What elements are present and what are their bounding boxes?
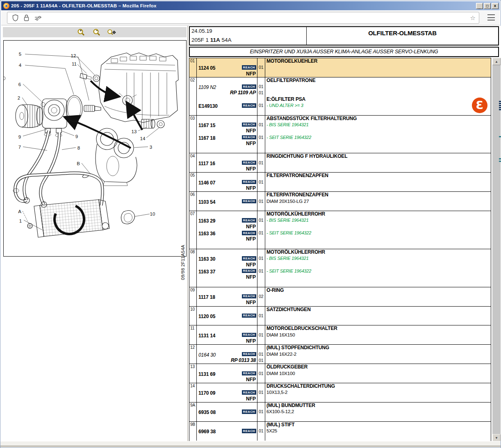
description-column: SATZDICHTUNGEN bbox=[265, 307, 491, 325]
description-text: (MUL) STIFT bbox=[266, 422, 294, 428]
part-number[interactable]: 6935 08 bbox=[198, 409, 216, 415]
reach-badge[interactable]: REACH bbox=[242, 161, 256, 165]
qty-column: 01 bbox=[257, 364, 265, 383]
part-number[interactable]: 1120 05 bbox=[198, 314, 215, 319]
reach-badge[interactable]: REACH bbox=[242, 429, 256, 433]
part-number[interactable]: 1167 18 bbox=[198, 135, 215, 141]
scroll-up-arrow[interactable]: ▲ bbox=[492, 58, 501, 65]
part-number[interactable]: 1103 54 bbox=[198, 199, 215, 205]
shield-icon[interactable] bbox=[12, 14, 18, 21]
scroll-down-arrow[interactable]: ▼ bbox=[492, 434, 501, 441]
part-number[interactable]: RP 1109 AP bbox=[198, 90, 257, 96]
quantity: 01 bbox=[257, 332, 265, 338]
reach-badge[interactable]: REACH bbox=[242, 135, 256, 140]
parts-diagram: 09/98 2F11A54A 5412116299783B1314A110 bbox=[3, 40, 187, 257]
nfp-flag: NFP bbox=[198, 185, 257, 191]
reach-badge[interactable]: REACH bbox=[242, 84, 256, 89]
description-text: - SEIT SERIE 1964322 bbox=[266, 268, 311, 273]
reach-badge[interactable]: REACH bbox=[242, 123, 256, 127]
scroll-mark bbox=[499, 105, 501, 106]
callout-label: 6 bbox=[18, 82, 21, 87]
part-number[interactable]: 0164 30 bbox=[198, 352, 216, 358]
parts-table-body: 011124 05REACHNFP01MOTOROELKUEHLER021109… bbox=[189, 58, 491, 441]
table-row: 041117 16REACHNFP01RINGDICHTUNG F HYDRAU… bbox=[189, 153, 491, 173]
reach-badge[interactable]: REACH bbox=[242, 199, 256, 204]
part-number-column: 1163 29REACHNFP1163 36REACHNFP bbox=[197, 211, 257, 249]
zoom-pan-button[interactable] bbox=[107, 28, 118, 36]
nfp-flag: NFP bbox=[198, 128, 257, 134]
part-number[interactable]: 1131 69 bbox=[198, 371, 215, 377]
zoom-in-button[interactable] bbox=[76, 28, 87, 36]
table-row: 051146 07REACHNFP01FILTERPATRONENZAPFEN bbox=[189, 173, 491, 192]
quantity: 01 bbox=[257, 428, 265, 434]
bookmark-star-icon[interactable]: ☆ bbox=[470, 14, 476, 22]
table-row: 011124 05REACHNFP01MOTOROELKUEHLER bbox=[189, 58, 491, 77]
quantity: 01 bbox=[257, 102, 265, 109]
nfp-flag: NFP bbox=[198, 274, 257, 280]
description-column: MOTORÖLKÜHLERROHR- BIS SERIE 1964321- SE… bbox=[265, 249, 491, 287]
reach-badge[interactable]: REACH bbox=[242, 218, 256, 223]
reach-badge[interactable]: REACH bbox=[242, 409, 256, 414]
description-column: (MUL) STIFT5X25 bbox=[265, 422, 491, 441]
lock-icon[interactable] bbox=[24, 14, 29, 21]
reach-badge[interactable]: REACH bbox=[242, 231, 256, 235]
part-number-column: 1120 05REACH bbox=[197, 307, 257, 325]
quantity: 02 bbox=[257, 293, 265, 300]
part-number[interactable]: 6969 38 bbox=[198, 429, 216, 434]
description-text: ABSTANDSSTÜCK FILTERHALTERUNG bbox=[266, 116, 357, 121]
qty-column: 01 bbox=[257, 325, 265, 344]
reach-badge[interactable]: REACH bbox=[242, 314, 256, 318]
description-text: OELFILTERPATRONE bbox=[266, 77, 315, 83]
description-text: E:ÖLFILTER PSA bbox=[266, 96, 305, 102]
nfp-flag: NFP bbox=[198, 300, 257, 306]
reach-badge[interactable]: REACH bbox=[242, 180, 256, 184]
part-number[interactable]: E149130 bbox=[198, 103, 218, 109]
reach-badge[interactable]: REACH bbox=[242, 333, 256, 337]
table-row: 9B6969 38REACH01(MUL) STIFT5X25 bbox=[189, 422, 491, 441]
qty-column: 01 bbox=[257, 403, 265, 421]
part-number-column: 1146 07REACHNFP bbox=[197, 173, 257, 191]
url-bar[interactable]: ☆ bbox=[7, 12, 479, 24]
part-number[interactable]: 1163 29 bbox=[198, 218, 215, 224]
row-ref: 04 bbox=[189, 153, 197, 172]
callout-label: A bbox=[18, 209, 21, 214]
reach-badge[interactable]: REACH bbox=[242, 352, 256, 357]
catalog-date: 24.05.19 bbox=[191, 28, 305, 34]
part-number[interactable]: 1124 05 bbox=[198, 65, 215, 71]
part-number[interactable]: 1146 07 bbox=[198, 180, 215, 186]
row-ref: 9A bbox=[189, 403, 197, 421]
part-number[interactable]: 1170 09 bbox=[198, 390, 215, 396]
part-number[interactable]: 1163 36 bbox=[198, 231, 215, 237]
description-text: DIAM 20X150-LG 27 bbox=[266, 199, 309, 204]
part-number[interactable]: RP 0313 38 bbox=[198, 357, 257, 364]
reach-badge[interactable]: REACH bbox=[242, 103, 256, 108]
zoom-out-button[interactable] bbox=[91, 28, 102, 36]
close-button[interactable]: x bbox=[492, 3, 499, 9]
reach-badge[interactable]: REACH bbox=[242, 256, 256, 261]
part-number[interactable]: 1109 N2 bbox=[198, 84, 216, 90]
part-number[interactable]: 1167 15 bbox=[198, 123, 215, 128]
reach-badge[interactable]: REACH bbox=[242, 294, 256, 299]
reach-badge[interactable]: REACH bbox=[242, 269, 256, 273]
minimize-button[interactable]: _ bbox=[476, 3, 483, 9]
part-number-column: 1124 05REACHNFP bbox=[197, 58, 257, 77]
part-number[interactable]: 1117 18 bbox=[198, 294, 215, 300]
reach-badge[interactable]: REACH bbox=[242, 371, 256, 376]
part-number[interactable]: 1117 16 bbox=[198, 161, 215, 166]
part-number[interactable]: 1131 14 bbox=[198, 333, 215, 339]
description-text: 5X25 bbox=[266, 428, 277, 433]
reach-badge[interactable]: REACH bbox=[242, 390, 256, 395]
callout-label: 8 bbox=[77, 146, 80, 150]
callout-label: 3 bbox=[150, 145, 152, 150]
menu-hamburger-icon[interactable] bbox=[487, 14, 495, 20]
table-scrollbar[interactable]: ▲ ▼ bbox=[492, 58, 501, 441]
qty-column: 01 bbox=[257, 192, 265, 211]
maximize-button[interactable]: □ bbox=[484, 3, 491, 9]
callout-label: 7 bbox=[18, 145, 21, 150]
description-text: - SEIT SERIE 1964322 bbox=[266, 135, 311, 140]
permissions-sliders-icon[interactable] bbox=[34, 16, 42, 20]
reach-badge[interactable]: REACH bbox=[242, 65, 256, 70]
table-row: 111131 14REACHNFP01MOTOROELDRUCKSCHALTER… bbox=[189, 325, 491, 345]
part-number[interactable]: 1163 37 bbox=[198, 269, 215, 275]
part-number[interactable]: 1163 30 bbox=[198, 256, 215, 262]
